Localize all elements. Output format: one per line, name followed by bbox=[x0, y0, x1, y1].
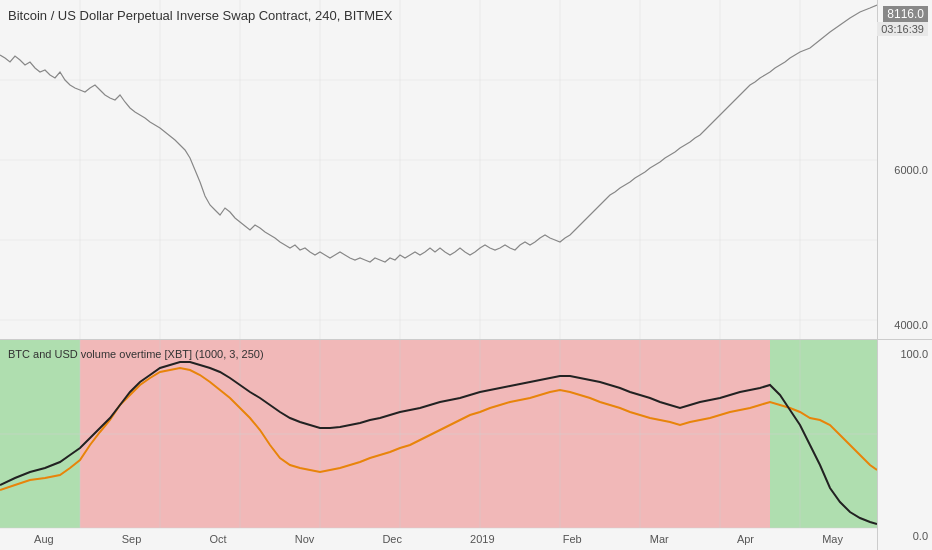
indicator-area: BTC and USD volume overtime [XBT] (1000,… bbox=[0, 340, 932, 550]
x-label-apr: Apr bbox=[737, 533, 754, 545]
price-time: 03:16:39 bbox=[877, 22, 928, 36]
indicator-label: BTC and USD volume overtime [XBT] (1000,… bbox=[8, 348, 264, 360]
y-label-4000: 4000.0 bbox=[882, 319, 928, 331]
ind-y-label-0: 0.0 bbox=[882, 530, 928, 542]
chart-title: Bitcoin / US Dollar Perpetual Inverse Sw… bbox=[8, 8, 392, 23]
x-label-sep: Sep bbox=[122, 533, 142, 545]
indicator-chart bbox=[0, 340, 877, 550]
x-label-nov: Nov bbox=[295, 533, 315, 545]
main-y-axis: 8000.0 6000.0 4000.0 bbox=[877, 0, 932, 339]
chart-container: Bitcoin / US Dollar Perpetual Inverse Sw… bbox=[0, 0, 932, 550]
price-display: 8116.0 03:16:39 bbox=[877, 6, 928, 36]
x-axis: Aug Sep Oct Nov Dec 2019 Feb Mar Apr May bbox=[0, 528, 877, 550]
x-label-2019: 2019 bbox=[470, 533, 494, 545]
x-label-aug: Aug bbox=[34, 533, 54, 545]
x-label-may: May bbox=[822, 533, 843, 545]
main-chart-area: Bitcoin / US Dollar Perpetual Inverse Sw… bbox=[0, 0, 932, 340]
price-value: 8116.0 bbox=[883, 6, 928, 22]
main-price-chart bbox=[0, 0, 877, 340]
x-label-feb: Feb bbox=[563, 533, 582, 545]
ind-y-label-100: 100.0 bbox=[882, 348, 928, 360]
x-label-oct: Oct bbox=[209, 533, 226, 545]
x-label-mar: Mar bbox=[650, 533, 669, 545]
y-label-6000: 6000.0 bbox=[882, 164, 928, 176]
indicator-y-axis: 100.0 0.0 bbox=[877, 340, 932, 550]
x-label-dec: Dec bbox=[382, 533, 402, 545]
